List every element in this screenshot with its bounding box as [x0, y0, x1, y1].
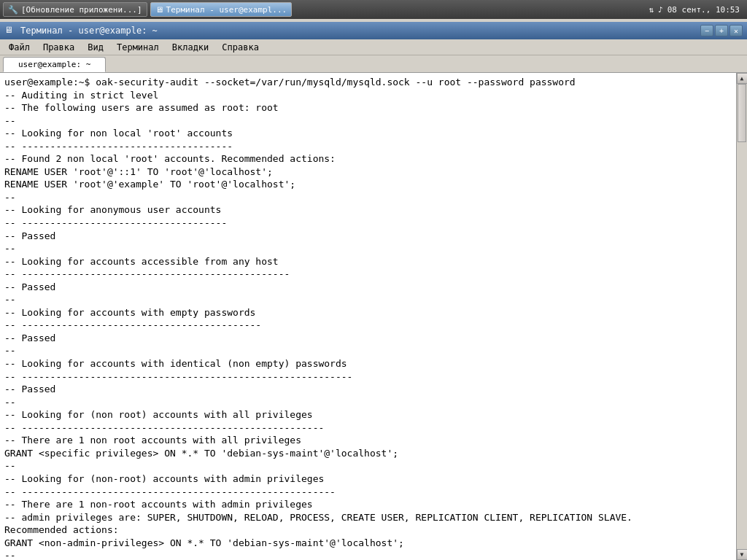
taskbar: 🔧 [Обновление приложени...] 🖥 Терминал -…: [0, 0, 747, 19]
datetime: 08 сент., 10:53: [667, 5, 740, 15]
systray: ⇅ ♪ 08 сент., 10:53: [644, 5, 744, 15]
terminal-icon: 🖥: [155, 5, 163, 15]
taskbar-btn-app-update-label: [Обновление приложени...]: [21, 5, 142, 15]
taskbar-btn-terminal-label: Терминал - user@exampl...: [166, 5, 287, 15]
taskbar-btn-terminal[interactable]: 🖥 Терминал - user@exampl...: [150, 2, 293, 17]
taskbar-btn-app-update[interactable]: 🔧 [Обновление приложени...]: [3, 2, 147, 17]
arrows-icon: ⇅: [649, 5, 654, 15]
volume-icon: ♪: [658, 5, 663, 15]
app-update-icon: 🔧: [8, 5, 18, 15]
